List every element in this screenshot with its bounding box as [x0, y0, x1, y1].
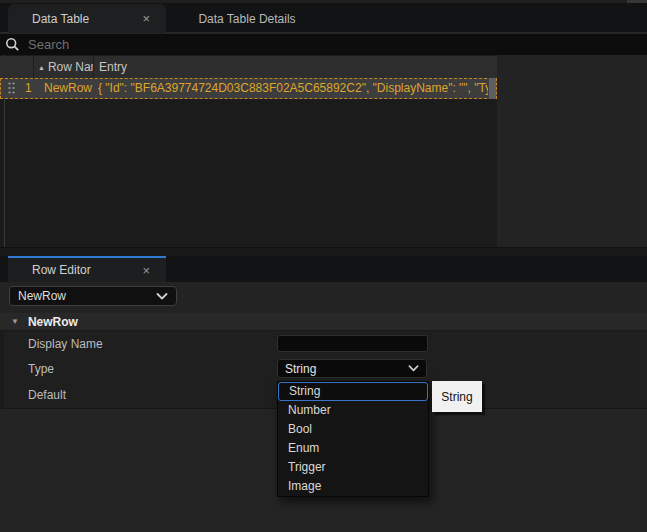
tooltip: String: [432, 381, 482, 412]
chevron-down-icon: [408, 365, 419, 372]
default-label: Default: [28, 388, 66, 402]
panel-splitter[interactable]: [0, 247, 647, 256]
menu-item-image[interactable]: Image: [278, 477, 428, 496]
category-label: NewRow: [28, 315, 78, 329]
search-icon: [5, 37, 20, 52]
document-tabbar: Data Table × Data Table Details: [0, 3, 647, 33]
search-input[interactable]: [28, 37, 647, 52]
type-dropdown-menu: String Number Bool Enum Trigger Image: [277, 381, 429, 497]
header-row-name-label: Row Name: [48, 60, 94, 74]
row-editor-tabbar: Row Editor ×: [0, 256, 647, 282]
row-entry-cell: { "Id": "BF6A39774724D03C883F02A5C65892C…: [98, 81, 488, 95]
table-header-row: ▲ Row Name Entry: [0, 56, 497, 78]
row-name-cell: NewRow: [44, 81, 94, 95]
property-row-type: Type String: [0, 356, 647, 381]
row-selector-value: NewRow: [18, 289, 66, 303]
menu-item-string[interactable]: String: [278, 382, 428, 401]
header-handle-column: [0, 56, 34, 78]
menu-item-bool[interactable]: Bool: [278, 420, 428, 439]
row-index: 1: [25, 81, 32, 95]
tab-row-editor[interactable]: Row Editor ×: [8, 258, 166, 282]
chevron-down-icon: [156, 293, 168, 300]
property-row-display-name: Display Name: [0, 331, 647, 356]
category-header-newrow[interactable]: ▼ NewRow: [0, 313, 647, 331]
type-dropdown-value: String: [285, 362, 316, 376]
data-table-grid: ▲ Row Name Entry 1 NewRow { "Id": "BF6A3…: [0, 55, 497, 247]
row-selector-dropdown[interactable]: NewRow: [9, 286, 177, 306]
menu-item-trigger[interactable]: Trigger: [278, 458, 428, 477]
close-icon[interactable]: ×: [142, 12, 150, 25]
table-row-newrow-selected[interactable]: 1 NewRow { "Id": "BF6A39774724D03C883F02…: [0, 78, 497, 99]
tab-data-table[interactable]: Data Table ×: [8, 4, 166, 33]
display-name-input[interactable]: [277, 335, 428, 352]
type-label: Type: [28, 362, 54, 376]
tab-row-editor-label: Row Editor: [32, 263, 91, 277]
type-dropdown[interactable]: String: [277, 359, 427, 378]
tab-data-table-details-label: Data Table Details: [198, 12, 295, 26]
menu-item-number[interactable]: Number: [278, 401, 428, 420]
drag-handle-icon[interactable]: [8, 82, 15, 97]
search-bar: [0, 34, 647, 55]
header-entry[interactable]: Entry: [94, 56, 497, 78]
data-table-area: ▲ Row Name Entry 1 NewRow { "Id": "BF6A3…: [0, 55, 647, 247]
empty-dock-area: [497, 55, 647, 247]
close-icon[interactable]: ×: [142, 264, 150, 277]
tab-data-table-details[interactable]: Data Table Details: [172, 4, 322, 33]
table-scrollbar-thumb[interactable]: [489, 78, 496, 99]
tab-data-table-label: Data Table: [32, 12, 89, 26]
header-entry-label: Entry: [99, 60, 127, 74]
tooltip-text: String: [441, 390, 472, 404]
sort-ascending-icon: ▲: [38, 64, 45, 71]
expander-down-icon: ▼: [11, 317, 19, 326]
menu-item-enum[interactable]: Enum: [278, 439, 428, 458]
display-name-label: Display Name: [28, 337, 103, 351]
header-row-name[interactable]: ▲ Row Name: [34, 56, 94, 78]
datatable-editor-window: Data Table × Data Table Details ▲ Row Na…: [0, 0, 647, 532]
